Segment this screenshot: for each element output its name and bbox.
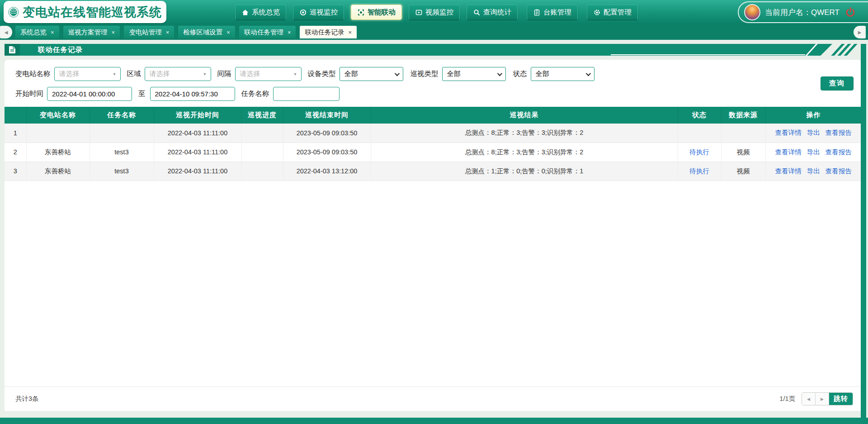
row-index: 2 bbox=[5, 143, 26, 162]
select-chevron-icon bbox=[497, 71, 502, 76]
export-link[interactable]: 导出 bbox=[807, 167, 820, 175]
next-page-icon: ▶ bbox=[821, 397, 824, 401]
task-name-cell bbox=[90, 124, 154, 143]
tabs-scroll-right-button[interactable]: ▶ bbox=[854, 26, 866, 38]
start-time-cell: 2022-04-03 11:11:00 bbox=[154, 162, 241, 181]
result-cell: 总测点：8;正常：3;告警：3;识别异常：2 bbox=[371, 124, 678, 143]
table-footer: 共计3条 1/1页 ◀ ▶ 跳转 bbox=[5, 386, 861, 411]
table-header: 变电站名称 任务名称 巡视开始时间 巡视进度 巡视结束时间 巡视结果 状态 数据… bbox=[5, 107, 861, 124]
view-detail-link[interactable]: 查看详情 bbox=[775, 148, 802, 156]
tab-patrol-plan-mgmt[interactable]: 巡视方案管理× bbox=[63, 26, 120, 38]
area-select[interactable]: 请选择 ▼ bbox=[145, 67, 211, 81]
station-cell: 东善桥站 bbox=[26, 143, 90, 162]
actions-cell: 查看详情 导出 查看报告 bbox=[765, 124, 861, 143]
next-page-button[interactable]: ▶ bbox=[816, 393, 829, 405]
linkage-frame-icon bbox=[357, 9, 365, 16]
tab-linkage-task-mgmt[interactable]: 联动任务管理× bbox=[239, 26, 296, 38]
table-row: 2 东善桥站 test3 2022-04-03 11:11:00 2023-05… bbox=[5, 143, 861, 162]
open-tabs: 系统总览× 巡视方案管理× 变电站管理× 检修区域设置× 联动任务管理× 联动任… bbox=[15, 26, 357, 38]
row-index: 3 bbox=[5, 162, 26, 181]
tab-substation-mgmt[interactable]: 变电站管理× bbox=[124, 26, 174, 38]
tab-bar: ◀ 系统总览× 巡视方案管理× 变电站管理× 检修区域设置× 联动任务管理× 联… bbox=[0, 24, 868, 40]
current-user-label: 当前用户名：QWERT bbox=[765, 7, 840, 18]
tab-system-overview[interactable]: 系统总览× bbox=[15, 26, 59, 38]
select-chevron-icon bbox=[585, 71, 590, 76]
start-time-input[interactable] bbox=[47, 87, 132, 101]
title-deco-slant bbox=[805, 44, 817, 56]
tabs-scroll-left-button[interactable]: ◀ bbox=[0, 26, 12, 38]
tab-close-icon[interactable]: × bbox=[348, 29, 352, 35]
nav-ledger-mgmt[interactable]: 台账管理 bbox=[527, 5, 578, 20]
prev-page-button[interactable]: ◀ bbox=[802, 393, 816, 405]
export-link[interactable]: 导出 bbox=[807, 129, 820, 136]
search-button[interactable]: 查询 bbox=[821, 76, 854, 91]
result-cell: 总测点：8;正常：3;告警：3;识别异常：2 bbox=[371, 143, 678, 162]
tab-close-icon[interactable]: × bbox=[112, 29, 115, 35]
nav-system-overview[interactable]: 系统总览 bbox=[235, 5, 286, 20]
view-report-link[interactable]: 查看报告 bbox=[826, 148, 852, 156]
device-type-select[interactable]: 全部 bbox=[340, 67, 403, 81]
user-avatar bbox=[744, 4, 760, 20]
tab-linkage-task-record[interactable]: 联动任务记录× bbox=[300, 26, 357, 38]
status-cell bbox=[678, 124, 721, 143]
result-cell: 总测点：1;正常：0;告警：0;识别异常：1 bbox=[371, 162, 678, 181]
nav-smart-linkage[interactable]: 智能联动 bbox=[351, 5, 402, 20]
end-time-cell: 2023-05-09 09:03:50 bbox=[283, 124, 371, 143]
data-source-cell bbox=[721, 124, 765, 143]
export-link[interactable]: 导出 bbox=[807, 148, 820, 156]
view-detail-link[interactable]: 查看详情 bbox=[775, 129, 802, 136]
top-header: 变电站在线智能巡视系统 系统总览 巡视监控 智能联动 视频监控 查询统计 bbox=[0, 0, 868, 24]
view-detail-link[interactable]: 查看详情 bbox=[775, 167, 802, 175]
app-logo-icon bbox=[8, 3, 19, 22]
tab-close-icon[interactable]: × bbox=[288, 29, 291, 35]
station-label: 变电站名称 bbox=[15, 69, 51, 79]
eye-icon bbox=[299, 9, 307, 16]
patrol-type-label: 巡视类型 bbox=[410, 69, 439, 79]
interval-select[interactable]: 请选择 ▼ bbox=[235, 67, 302, 81]
row-index: 1 bbox=[5, 124, 26, 143]
tab-maintenance-area[interactable]: 检修区域设置× bbox=[178, 26, 235, 38]
nav-config-mgmt[interactable]: 配置管理 bbox=[587, 5, 638, 20]
search-icon bbox=[473, 9, 481, 16]
title-deco-line bbox=[611, 54, 805, 55]
station-select[interactable]: 请选择 ▼ bbox=[54, 67, 121, 81]
status-select[interactable]: 全部 bbox=[531, 67, 594, 81]
end-time-cell: 2023-05-09 09:03:50 bbox=[283, 143, 371, 162]
tab-close-icon[interactable]: × bbox=[226, 29, 230, 35]
dropdown-arrow-icon: ▼ bbox=[113, 72, 117, 76]
nav-video-monitor[interactable]: 视频监控 bbox=[409, 5, 460, 20]
clipboard-icon bbox=[533, 9, 541, 16]
patrol-type-select[interactable]: 全部 bbox=[442, 67, 506, 81]
end-time-input[interactable] bbox=[150, 87, 235, 101]
pagination: ◀ ▶ 跳转 bbox=[802, 392, 853, 405]
task-name-input[interactable] bbox=[273, 87, 340, 101]
total-count: 共计3条 bbox=[15, 395, 39, 403]
page-title-iconbox bbox=[5, 44, 20, 56]
home-icon bbox=[241, 9, 249, 16]
tab-close-icon[interactable]: × bbox=[51, 29, 54, 35]
dropdown-arrow-icon: ▼ bbox=[203, 72, 207, 76]
end-time-cell: 2022-04-03 13:12:00 bbox=[283, 162, 371, 181]
progress-cell bbox=[241, 143, 283, 162]
progress-cell bbox=[241, 162, 283, 181]
logout-power-icon[interactable] bbox=[845, 7, 856, 18]
tab-close-icon[interactable]: × bbox=[166, 29, 170, 35]
view-report-link[interactable]: 查看报告 bbox=[826, 129, 852, 136]
task-record-table: 变电站名称 任务名称 巡视开始时间 巡视进度 巡视结束时间 巡视结果 状态 数据… bbox=[5, 107, 861, 181]
nav-query-stats[interactable]: 查询统计 bbox=[467, 5, 518, 20]
scroll-left-icon: ◀ bbox=[5, 30, 8, 35]
start-time-cell: 2022-04-03 11:11:00 bbox=[154, 124, 241, 143]
actions-cell: 查看详情 导出 查看报告 bbox=[765, 143, 861, 162]
content-panel: 变电站名称 请选择 ▼ 区域 请选择 ▼ 间隔 请选择 ▼ 设备类型 全部 巡视… bbox=[5, 60, 861, 411]
interval-label: 间隔 bbox=[217, 69, 231, 79]
nav-patrol-monitor[interactable]: 巡视监控 bbox=[293, 5, 344, 20]
scroll-right-icon: ▶ bbox=[858, 30, 862, 35]
area-label: 区域 bbox=[127, 69, 141, 79]
main-nav: 系统总览 巡视监控 智能联动 视频监控 查询统计 台账管理 配置管理 bbox=[235, 5, 638, 20]
jump-button[interactable]: 跳转 bbox=[829, 393, 853, 405]
to-label: 至 bbox=[138, 89, 146, 99]
view-report-link[interactable]: 查看报告 bbox=[826, 167, 852, 175]
page-title: 联动任务记录 bbox=[38, 45, 83, 55]
page-indicator: 1/1页 bbox=[779, 395, 795, 403]
start-time-cell: 2022-04-03 11:11:00 bbox=[154, 143, 241, 162]
